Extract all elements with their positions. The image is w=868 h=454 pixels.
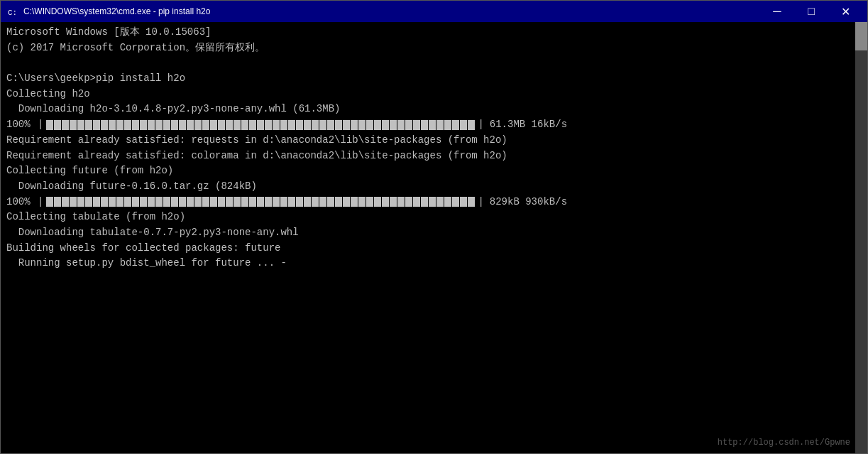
titlebar-controls: ─ □ ✕	[761, 1, 862, 22]
progress-h2o-info: 61.3MB 16kB/s	[490, 117, 567, 133]
line-collecting-h2o: Collecting h2o	[6, 87, 862, 102]
watermark: http://blog.csdn.net/Gpwne	[718, 438, 850, 448]
progress-h2o-bar-end: |	[478, 117, 483, 133]
cmd-icon: C:	[6, 6, 18, 17]
minimize-button[interactable]: ─	[761, 1, 793, 22]
line-downloading-h2o: Downloading h2o-3.10.4.8-py2.py3-none-an…	[6, 102, 862, 117]
line-req-requests: Requirement already satisfied: requests …	[6, 133, 862, 148]
line-running-setup: Running setup.py bdist_wheel for future …	[6, 256, 862, 271]
line-copyright: (c) 2017 Microsoft Corporation。保留所有权利。	[6, 40, 862, 56]
progress-future-bar-start: |	[38, 195, 43, 210]
close-button[interactable]: ✕	[829, 1, 862, 22]
line-collecting-future: Collecting future (from h2o)	[6, 163, 862, 179]
svg-text:C:: C:	[8, 9, 17, 17]
scrollbar[interactable]	[855, 22, 867, 453]
progress-future-bar-end: |	[478, 195, 483, 210]
line-prompt: C:\Users\geekp>pip install h2o	[6, 71, 862, 87]
maximize-button[interactable]: □	[795, 1, 828, 22]
line-downloading-future: Downloading future-0.16.0.tar.gz (824kB)	[6, 179, 862, 195]
line-windows-version: Microsoft Windows [版本 10.0.15063]	[6, 25, 862, 40]
progress-h2o-bar-start: |	[38, 117, 43, 133]
progress-h2o: 100% | | 61.3MB 16kB/s	[6, 117, 862, 133]
progress-future-pct: 100%	[6, 195, 35, 210]
progress-future: 100% | | 829kB 930kB/s	[6, 195, 862, 210]
titlebar-title: C:\WINDOWS\system32\cmd.exe - pip instal…	[23, 6, 761, 16]
line-building-wheels: Building wheels for collected packages: …	[6, 241, 862, 256]
titlebar: C: C:\WINDOWS\system32\cmd.exe - pip ins…	[1, 1, 867, 22]
line-collecting-tabulate: Collecting tabulate (from h2o)	[6, 210, 862, 225]
terminal-window: C: C:\WINDOWS\system32\cmd.exe - pip ins…	[0, 0, 868, 454]
progress-future-info: 829kB 930kB/s	[490, 195, 567, 210]
progress-future-bar	[46, 197, 475, 207]
scrollbar-thumb[interactable]	[855, 22, 867, 50]
line-blank1	[6, 55, 862, 71]
line-downloading-tabulate: Downloading tabulate-0.7.7-py2.py3-none-…	[6, 225, 862, 241]
progress-h2o-pct: 100%	[6, 117, 35, 133]
progress-h2o-bar	[46, 120, 475, 130]
line-req-colorama: Requirement already satisfied: colorama …	[6, 148, 862, 164]
terminal-content[interactable]: Microsoft Windows [版本 10.0.15063] (c) 20…	[1, 22, 867, 453]
